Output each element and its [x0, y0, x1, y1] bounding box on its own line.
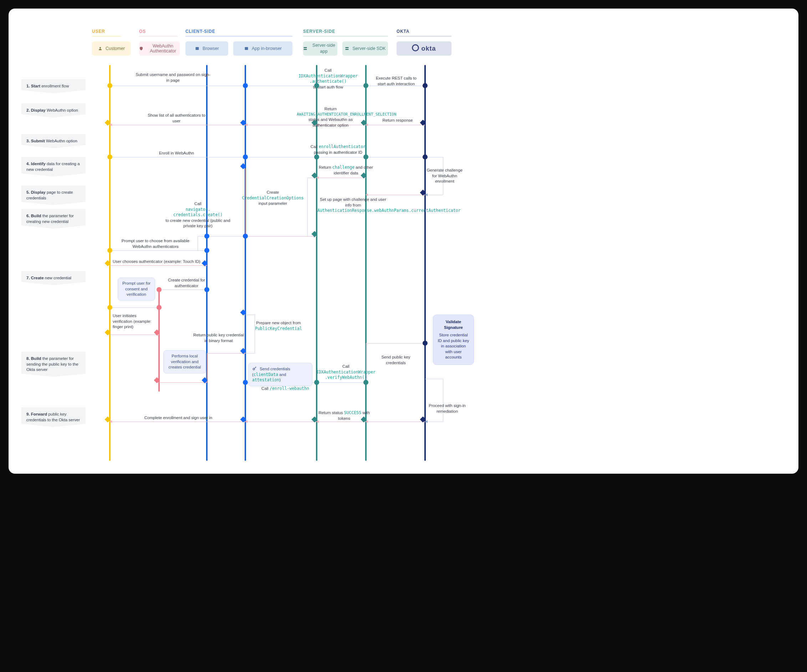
- svg-rect-6: [345, 49, 349, 50]
- participant-app-label: App in-browser: [252, 46, 282, 52]
- key-icon: [252, 366, 257, 371]
- svg-point-7: [253, 368, 255, 370]
- msg-sign-in-remediation: Proceed with sign-in remediation: [426, 403, 468, 414]
- step-5: 5. Display page to create credentials: [22, 185, 86, 205]
- step-1: 1. Start enrollment flow: [22, 79, 86, 93]
- lane-label-client: CLIENT-SIDE: [186, 28, 215, 34]
- msg-return-challenge: Return challenge and other identifier da…: [317, 165, 374, 176]
- msg-user-verification: User initiates verification (example: fi…: [113, 313, 152, 330]
- participant-server-sdk: Server-side SDK: [342, 42, 388, 56]
- participant-server-sdk-label: Server-side SDK: [352, 46, 385, 52]
- msg-user-chooses: User chooses authenticator (example: Tou…: [113, 259, 202, 264]
- user-icon: [98, 46, 103, 51]
- okta-logo: okta: [412, 44, 436, 53]
- participant-browser: Browser: [186, 42, 228, 56]
- lane-label-okta: OKTA: [397, 28, 409, 34]
- msg-setup-page: Set up page with challenge and user info…: [317, 197, 389, 214]
- participants-row: Customer WebAuthn Authenticator Browser …: [22, 42, 785, 62]
- lane-label-user: USER: [92, 28, 105, 34]
- step-4: 4. Identify data for creating a new cred…: [22, 157, 86, 176]
- msg-send-pubkey: Send public key credentials: [374, 354, 417, 366]
- step-6: 6. Build the parameter for creating new …: [22, 209, 86, 229]
- diagram-card: USER OS CLIENT-SIDE SERVER-SIDE OKTA Cus…: [8, 8, 799, 474]
- participant-webauthn-authenticator: WebAuthn Authenticator: [139, 42, 180, 56]
- box-send-credentials: Send credentials (clientData and attesta…: [248, 363, 312, 386]
- participant-authenticator-label: WebAuthn Authenticator: [146, 43, 180, 54]
- msg-execute-rest: Execute REST calls to start auth interac…: [373, 76, 419, 86]
- step-7: 7. Create new credential: [22, 271, 86, 285]
- msg-verifywebauthn: Call IDXAuthenticationWrapper .verifyWeb…: [314, 364, 378, 381]
- msg-complete-enrollment: Complete enrollment and sign user in: [128, 415, 228, 421]
- server-icon: [303, 46, 307, 51]
- svg-rect-3: [304, 47, 307, 48]
- svg-rect-2: [245, 47, 248, 50]
- svg-point-0: [100, 47, 101, 48]
- msg-credentialcreation: Create CredentialCreationOptions input p…: [239, 190, 307, 206]
- participant-browser-label: Browser: [203, 46, 219, 52]
- msg-call-authenticate: Call IDXAuthenticationWrapper .authentic…: [296, 68, 360, 90]
- lane-label-server: SERVER-SIDE: [303, 28, 335, 34]
- participant-okta: okta: [397, 42, 452, 56]
- step-3: 3. Submit WebAuthn option: [22, 134, 86, 148]
- sequence-body: 1. Start enrollment flow 2. Display WebA…: [22, 65, 785, 461]
- participant-server-app: Server-side app: [303, 42, 337, 56]
- svg-rect-5: [345, 47, 349, 48]
- msg-prompt-choose: Prompt user to choose from available Web…: [113, 238, 198, 250]
- msg-prepare-obj: Prepare new object from PublicKeyCredent…: [248, 320, 309, 331]
- msg-enroll-webauthn-endpoint: Call /enroll-webauthn: [253, 386, 317, 392]
- msg-return-response: Return response: [378, 118, 417, 123]
- msg-enroll: Enroll in WebAuthn: [146, 151, 207, 156]
- msg-awaiting-status: Return AWAITING_AUTHENTICATOR_ENROLLMENT…: [297, 106, 364, 128]
- lane-label-os: OS: [139, 28, 146, 34]
- step-9: 9. Forward public key credentials to the…: [22, 408, 86, 427]
- participant-app-in-browser: App in-browser: [233, 42, 292, 56]
- svg-rect-1: [196, 47, 199, 50]
- msg-generate-challenge: Generate challenge for WebAuthn enrollme…: [425, 168, 464, 185]
- app-icon: [244, 46, 249, 51]
- window-icon: [195, 46, 200, 51]
- shield-icon: [139, 46, 143, 51]
- msg-create-cred-auth: Create credential for authenticator: [163, 278, 210, 289]
- step-8: 8. Build the parameter for sending the p…: [22, 352, 86, 377]
- step-2: 2. Display WebAuthn option: [22, 103, 86, 118]
- msg-enrollauthenticator: Call enrollAuthenticator passing in auth…: [302, 144, 374, 155]
- msg-navigator-create: Call navigator. credentials.create() to …: [164, 201, 232, 229]
- box-local-verification: Performs local verification and creates …: [163, 350, 206, 373]
- participant-customer-label: Customer: [106, 46, 125, 52]
- participant-server-app-label: Server-side app: [310, 42, 337, 55]
- okta-validate-note: Validate Signature Store credential ID a…: [433, 314, 474, 365]
- participant-customer: Customer: [92, 42, 131, 56]
- box-prompt-consent: Prompt user for consent and verification: [118, 278, 155, 301]
- msg-return-pubkey-binary: Return public key credential in binary f…: [193, 333, 245, 343]
- svg-rect-4: [304, 49, 307, 50]
- lane-labels-row: USER OS CLIENT-SIDE SERVER-SIDE OKTA: [22, 28, 785, 36]
- msg-submit-credentials: Submit username and password on sign-in …: [136, 72, 211, 83]
- msg-show-list: Show list of all authenticators to user: [146, 113, 207, 124]
- sdk-icon: [344, 46, 349, 51]
